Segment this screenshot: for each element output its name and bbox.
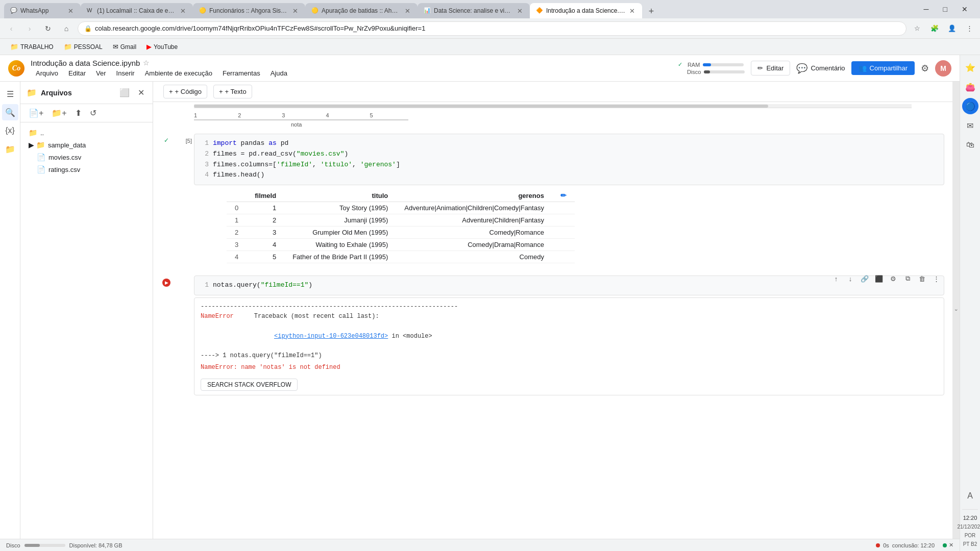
rail-search-button[interactable]: 🔍: [2, 104, 18, 120]
address-bar[interactable]: 🔒 colab.research.google.com/drive/1oomym…: [78, 21, 906, 36]
menu-ferramentas[interactable]: Ferramentas: [217, 68, 265, 78]
tab-introducao[interactable]: 🔶 Introdução a data Science.ipynb ✕: [530, 3, 642, 18]
user-avatar[interactable]: M: [935, 60, 951, 77]
tab-whatsapp-close[interactable]: ✕: [67, 7, 75, 15]
table-edit-icon[interactable]: ✏: [560, 191, 567, 199]
disk-bar: [704, 70, 745, 73]
add-text-button[interactable]: + + Texto: [213, 85, 252, 98]
edge-shop-button[interactable]: 🛍: [962, 137, 978, 153]
menu-ajuda[interactable]: Ajuda: [265, 68, 292, 78]
edge-wallet-button[interactable]: 👛: [962, 79, 978, 95]
comment-button[interactable]: 💬: [796, 63, 807, 74]
reload-button[interactable]: ↻: [41, 21, 55, 36]
upload-button[interactable]: ⬆: [73, 106, 84, 120]
add-text-plus-icon: +: [219, 88, 223, 95]
menu-ver[interactable]: Ver: [91, 68, 111, 78]
scroll-bar[interactable]: [184, 104, 922, 108]
axis-line: [194, 119, 408, 120]
row-0-titulo: Toy Story (1995): [284, 202, 396, 214]
file-item-movies[interactable]: 📄 movies.csv: [20, 151, 153, 163]
edge-sidebar-search[interactable]: A: [962, 488, 978, 504]
share-button[interactable]: 👥 Compartilhar: [851, 61, 915, 75]
menu-ambiente[interactable]: Ambiente de execução: [140, 68, 217, 78]
minimize-button[interactable]: ─: [920, 3, 933, 15]
move-up-button[interactable]: ↑: [830, 272, 842, 285]
settings-cell-button[interactable]: ⚙: [887, 272, 899, 285]
notebook-title: Introdução a data Science.ipynb ☆: [31, 59, 292, 67]
edge-mail-button[interactable]: ✉: [962, 117, 978, 134]
error-run-button[interactable]: ▶: [162, 279, 170, 287]
ratings-csv-icon: 📄: [37, 165, 45, 173]
link-button[interactable]: 🔗: [859, 272, 871, 285]
error-cell-run-area[interactable]: ▶: [161, 276, 172, 287]
file-item-ratings[interactable]: 📄 ratings.csv: [20, 163, 153, 176]
table-button[interactable]: ⬛: [873, 272, 885, 285]
tab-localmail-close[interactable]: ✕: [179, 7, 187, 15]
tab-introducao-close[interactable]: ✕: [628, 7, 636, 15]
sidebar-close-button[interactable]: ✕: [136, 86, 146, 99]
add-text-label: + Texto: [225, 88, 247, 95]
bookmark-youtube[interactable]: ▶ YouTube: [142, 41, 182, 52]
file-sidebar-header: 📁 Arquivos ⬜ ✕: [20, 82, 153, 104]
more-cell-button[interactable]: ⋮: [930, 272, 942, 285]
menu-editar[interactable]: Editar: [63, 68, 91, 78]
file-item-sample-data[interactable]: ▶ 📁 sample_data: [20, 139, 153, 151]
axis-labels-row: 1 2 3 4 5: [194, 112, 373, 118]
bookmark-gmail[interactable]: ✉ Gmail: [109, 41, 140, 52]
tab-whatsapp[interactable]: 💬 WhatsApp ✕: [4, 3, 81, 18]
move-down-button[interactable]: ↓: [844, 272, 856, 285]
search-stack-overflow-button[interactable]: SEARCH STACK OVERFLOW: [201, 379, 298, 391]
new-folder-button[interactable]: 📁+: [50, 106, 68, 120]
tab-datascience-close[interactable]: ✕: [516, 7, 524, 15]
tab-apuracao-close[interactable]: ✕: [404, 7, 411, 15]
bookmark-star-button[interactable]: ☆: [911, 22, 924, 35]
delete-cell-button[interactable]: 🗑: [916, 272, 928, 285]
new-file-button[interactable]: 📄+: [27, 106, 45, 120]
maximize-button[interactable]: □: [939, 3, 951, 15]
scroll-track: [194, 104, 912, 108]
edge-active-button[interactable]: 🔵: [962, 98, 978, 114]
home-button[interactable]: ⌂: [59, 21, 74, 36]
menu-arquivo[interactable]: Arquivo: [31, 68, 63, 78]
colab-logo: Co: [8, 60, 24, 77]
rail-menu-button[interactable]: ☰: [2, 86, 18, 102]
close-button[interactable]: ✕: [958, 3, 972, 15]
edge-collections-button[interactable]: ⭐: [962, 59, 978, 76]
new-tab-button[interactable]: +: [644, 4, 658, 18]
tab-funcionarios-close[interactable]: ✕: [291, 7, 299, 15]
tab-funcionarios[interactable]: 🟡 Funcionários :: Ahgora Sistemas :: ✕: [193, 3, 305, 18]
notebook-star-icon[interactable]: ☆: [143, 59, 150, 67]
tab-apuracao[interactable]: 🟡 Apuração de batidas :: Ahgora S:: ✕: [305, 3, 418, 18]
rail-files-button[interactable]: 📁: [2, 141, 18, 157]
menu-inserir[interactable]: Inserir: [111, 68, 140, 78]
right-panel-expand[interactable]: ›: [952, 82, 960, 539]
bookmark-gmail-label: Gmail: [120, 43, 136, 51]
tab-localmail[interactable]: W (1) Localmail :: Caixa de entrada ✕: [81, 3, 193, 18]
sample-data-label: sample_data: [48, 141, 86, 149]
profile-button[interactable]: 👤: [945, 22, 959, 35]
dataframe-output: filmeId titulo gerenos ✏ 0: [194, 185, 944, 267]
comment-label[interactable]: Comentário: [811, 64, 845, 72]
settings-icon[interactable]: ⚙: [921, 63, 929, 74]
refresh-button[interactable]: ↺: [88, 106, 99, 120]
row-2-titulo: Grumpier Old Men (1995): [284, 227, 396, 239]
sidebar-expand-button[interactable]: ⬜: [117, 86, 132, 99]
search-overflow-area: SEARCH STACK OVERFLOW: [201, 377, 938, 391]
bookmark-trabalho[interactable]: 📁 TRABALHO: [6, 41, 58, 52]
df-table: filmeId titulo gerenos ✏ 0: [227, 189, 575, 263]
file-item-parent[interactable]: 📁 ..: [20, 127, 153, 139]
forward-button[interactable]: ›: [22, 21, 37, 36]
rail-code-button[interactable]: {x}: [2, 122, 18, 139]
traceback-link[interactable]: <ipython-input-10-623e048013fd>: [274, 333, 388, 340]
back-button[interactable]: ‹: [4, 21, 18, 36]
bookmark-pessoal[interactable]: 📁 PESSOAL: [60, 41, 107, 52]
row-2-empty: [552, 227, 575, 239]
copy-cell-button[interactable]: ⧉: [901, 272, 914, 285]
extensions-button[interactable]: 🧩: [928, 22, 941, 35]
status-close-icon[interactable]: ✕: [949, 542, 953, 548]
cell-5-code[interactable]: 1 import pandas as pd 2 filmes = pd.read…: [194, 134, 944, 185]
tab-datascience[interactable]: 📊 Data Science: analise e visualiza:: ✕: [418, 3, 530, 18]
add-code-button[interactable]: + + Código: [163, 85, 207, 98]
edit-button[interactable]: ✏ Editar: [751, 61, 790, 76]
browser-menu-button[interactable]: ⋮: [963, 22, 976, 35]
